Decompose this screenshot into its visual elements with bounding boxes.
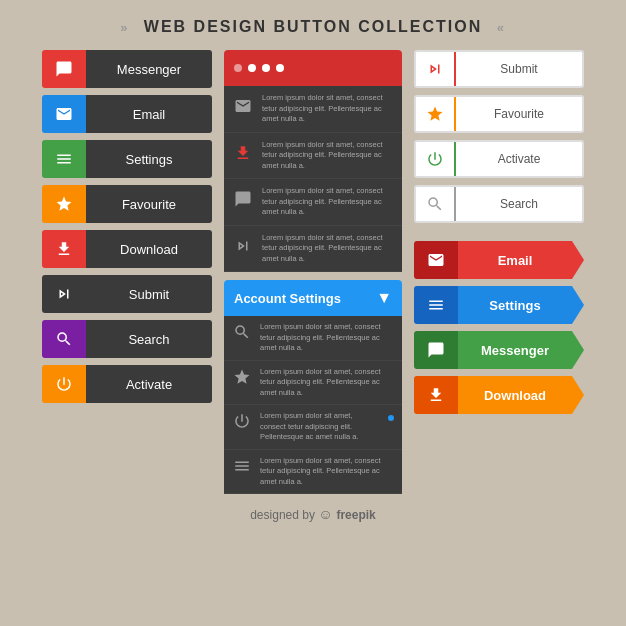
acc-header-icon: ▼ <box>376 289 392 307</box>
btn-settings[interactable]: Settings <box>42 140 212 178</box>
menu-icon <box>232 456 252 476</box>
search-icon <box>416 187 456 221</box>
card-dot-1 <box>248 64 256 72</box>
arrow-btn-messenger[interactable]: Messenger <box>414 331 584 369</box>
email-icon <box>414 241 458 279</box>
outline-btn-search[interactable]: Search <box>414 185 584 223</box>
main-content: Messenger Email Settings Favourite Downl… <box>0 50 626 494</box>
btn-label: Activate <box>456 152 582 166</box>
card-item-text: Lorem ipsum dolor sit amet, consect tetu… <box>262 186 394 218</box>
chat-icon <box>232 188 254 210</box>
card-item-0: Lorem ipsum dolor sit amet, consect tetu… <box>224 86 402 133</box>
card-item-text: Lorem ipsum dolor sit amet, consect tetu… <box>262 140 394 172</box>
btn-email[interactable]: Email <box>42 95 212 133</box>
acc-item-1: Lorem ipsum dolor sit amet, consect tetu… <box>224 361 402 406</box>
btn-activate[interactable]: Activate <box>42 365 212 403</box>
card-item-1: Lorem ipsum dolor sit amet, consect tetu… <box>224 133 402 180</box>
card-top-bar <box>224 50 402 86</box>
footer: designed by ☺ freepik <box>0 506 626 522</box>
btn-label: Download <box>86 230 212 268</box>
forward-icon <box>42 275 86 313</box>
star-icon <box>416 97 456 131</box>
arrow-tip <box>572 241 584 279</box>
btn-submit[interactable]: Submit <box>42 275 212 313</box>
btn-search[interactable]: Search <box>42 320 212 358</box>
chat-icon <box>414 331 458 369</box>
card-dot-2 <box>262 64 270 72</box>
outline-btn-activate[interactable]: Activate <box>414 140 584 178</box>
acc-item-0: Lorem ipsum dolor sit amet, consect tetu… <box>224 316 402 361</box>
arrow-tip <box>572 286 584 324</box>
search-icon <box>232 322 252 342</box>
card-items: Lorem ipsum dolor sit amet, consect tetu… <box>224 86 402 272</box>
arrow-btn-settings[interactable]: Settings <box>414 286 584 324</box>
arrow-btn-email[interactable]: Email <box>414 241 584 279</box>
chat-icon <box>42 50 86 88</box>
btn-label: Submit <box>456 62 582 76</box>
star-icon <box>42 185 86 223</box>
acc-item-2: Lorem ipsum dolor sit amet, consect tetu… <box>224 405 402 450</box>
star-icon <box>232 367 252 387</box>
acc-item-3: Lorem ipsum dolor sit amet, consect tetu… <box>224 450 402 495</box>
forward-icon <box>232 235 254 257</box>
btn-label: Favourite <box>456 107 582 121</box>
acc-item-text: Lorem ipsum dolor sit amet, consect tetu… <box>260 322 394 354</box>
arrow-btn-download[interactable]: Download <box>414 376 584 414</box>
freepik-logo-icon: ☺ <box>318 506 336 522</box>
btn-messenger[interactable]: Messenger <box>42 50 212 88</box>
acc-item-text: Lorem ipsum dolor sit amet, consect tetu… <box>260 411 380 443</box>
btn-label: Settings <box>86 140 212 178</box>
power-icon <box>42 365 86 403</box>
footer-text: designed by <box>250 508 315 522</box>
btn-label: Messenger <box>86 50 212 88</box>
column-1-buttons: Messenger Email Settings Favourite Downl… <box>42 50 212 494</box>
outline-btn-submit[interactable]: Submit <box>414 50 584 88</box>
acc-item-dot <box>388 415 394 421</box>
btn-label: Favourite <box>86 185 212 223</box>
power-icon <box>416 142 456 176</box>
btn-download[interactable]: Download <box>42 230 212 268</box>
download-icon <box>232 142 254 164</box>
email-icon <box>232 95 254 117</box>
card-item-2: Lorem ipsum dolor sit amet, consect tetu… <box>224 179 402 226</box>
download-icon <box>414 376 458 414</box>
btn-favourite[interactable]: Favourite <box>42 185 212 223</box>
account-settings-card: Account Settings ▼ Lorem ipsum dolor sit… <box>224 280 402 494</box>
card-item-text: Lorem ipsum dolor sit amet, consect tetu… <box>262 233 394 265</box>
column-2-cards: Lorem ipsum dolor sit amet, consect tetu… <box>224 50 402 494</box>
arrow-tip <box>572 331 584 369</box>
card-dot-3 <box>276 64 284 72</box>
acc-item-text: Lorem ipsum dolor sit amet, consect tetu… <box>260 456 394 488</box>
card-dot-0 <box>234 64 242 72</box>
title-text: WEB DESIGN BUTTON COLLECTION <box>144 18 482 35</box>
outline-btn-favourite[interactable]: Favourite <box>414 95 584 133</box>
footer-brand: freepik <box>336 508 375 522</box>
settings-icon <box>42 140 86 178</box>
download-icon <box>42 230 86 268</box>
email-icon <box>42 95 86 133</box>
page-title: » WEB DESIGN BUTTON COLLECTION « <box>0 0 626 50</box>
card-item-3: Lorem ipsum dolor sit amet, consect tetu… <box>224 226 402 273</box>
column-3-buttons: Submit Favourite Activate Search Email S… <box>414 50 584 494</box>
deco-chevron-left: » <box>120 20 129 35</box>
forward-icon <box>416 52 456 86</box>
acc-header: Account Settings ▼ <box>224 280 402 316</box>
btn-label: Download <box>458 376 572 414</box>
settings-icon <box>414 286 458 324</box>
btn-label: Activate <box>86 365 212 403</box>
power-icon <box>232 411 252 431</box>
btn-label: Submit <box>86 275 212 313</box>
search-icon <box>42 320 86 358</box>
card-item-text: Lorem ipsum dolor sit amet, consect tetu… <box>262 93 394 125</box>
btn-label: Search <box>86 320 212 358</box>
acc-items: Lorem ipsum dolor sit amet, consect tetu… <box>224 316 402 494</box>
btn-label: Email <box>458 241 572 279</box>
deco-chevron-right: « <box>497 20 506 35</box>
btn-label: Messenger <box>458 331 572 369</box>
btn-label: Settings <box>458 286 572 324</box>
acc-item-text: Lorem ipsum dolor sit amet, consect tetu… <box>260 367 394 399</box>
btn-label: Email <box>86 95 212 133</box>
arrow-tip <box>572 376 584 414</box>
acc-header-label: Account Settings <box>234 291 341 306</box>
btn-label: Search <box>456 197 582 211</box>
